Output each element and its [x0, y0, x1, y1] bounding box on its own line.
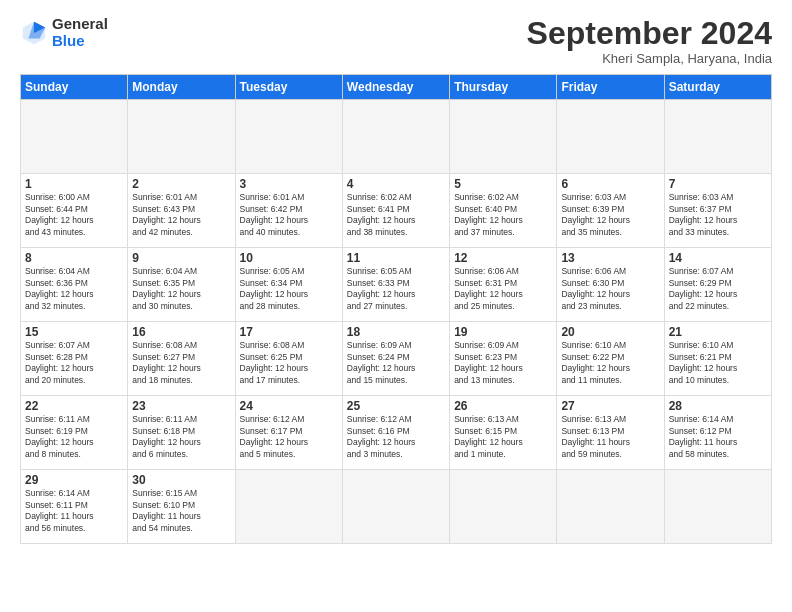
day-number: 2	[132, 177, 230, 191]
day-number: 12	[454, 251, 552, 265]
calendar-cell: 20Sunrise: 6:10 AM Sunset: 6:22 PM Dayli…	[557, 322, 664, 396]
day-number: 17	[240, 325, 338, 339]
day-number: 22	[25, 399, 123, 413]
calendar-cell	[21, 100, 128, 174]
logo: General Blue	[20, 16, 108, 49]
calendar-cell: 17Sunrise: 6:08 AM Sunset: 6:25 PM Dayli…	[235, 322, 342, 396]
calendar-week-4: 22Sunrise: 6:11 AM Sunset: 6:19 PM Dayli…	[21, 396, 772, 470]
day-number: 5	[454, 177, 552, 191]
day-number: 20	[561, 325, 659, 339]
day-number: 7	[669, 177, 767, 191]
calendar-cell: 13Sunrise: 6:06 AM Sunset: 6:30 PM Dayli…	[557, 248, 664, 322]
day-info: Sunrise: 6:02 AM Sunset: 6:41 PM Dayligh…	[347, 192, 445, 238]
col-friday: Friday	[557, 75, 664, 100]
day-info: Sunrise: 6:07 AM Sunset: 6:29 PM Dayligh…	[669, 266, 767, 312]
calendar-cell: 19Sunrise: 6:09 AM Sunset: 6:23 PM Dayli…	[450, 322, 557, 396]
day-number: 13	[561, 251, 659, 265]
day-info: Sunrise: 6:05 AM Sunset: 6:33 PM Dayligh…	[347, 266, 445, 312]
calendar-cell: 27Sunrise: 6:13 AM Sunset: 6:13 PM Dayli…	[557, 396, 664, 470]
logo-icon	[20, 19, 48, 47]
day-info: Sunrise: 6:10 AM Sunset: 6:22 PM Dayligh…	[561, 340, 659, 386]
day-number: 4	[347, 177, 445, 191]
day-number: 8	[25, 251, 123, 265]
day-number: 14	[669, 251, 767, 265]
day-info: Sunrise: 6:09 AM Sunset: 6:24 PM Dayligh…	[347, 340, 445, 386]
day-number: 21	[669, 325, 767, 339]
calendar-week-5: 29Sunrise: 6:14 AM Sunset: 6:11 PM Dayli…	[21, 470, 772, 544]
calendar-cell: 11Sunrise: 6:05 AM Sunset: 6:33 PM Dayli…	[342, 248, 449, 322]
calendar-cell: 7Sunrise: 6:03 AM Sunset: 6:37 PM Daylig…	[664, 174, 771, 248]
calendar-cell	[235, 100, 342, 174]
col-monday: Monday	[128, 75, 235, 100]
calendar-cell: 5Sunrise: 6:02 AM Sunset: 6:40 PM Daylig…	[450, 174, 557, 248]
day-info: Sunrise: 6:13 AM Sunset: 6:15 PM Dayligh…	[454, 414, 552, 460]
day-number: 24	[240, 399, 338, 413]
day-info: Sunrise: 6:04 AM Sunset: 6:36 PM Dayligh…	[25, 266, 123, 312]
day-info: Sunrise: 6:08 AM Sunset: 6:27 PM Dayligh…	[132, 340, 230, 386]
calendar-cell	[450, 470, 557, 544]
calendar-week-0	[21, 100, 772, 174]
month-title: September 2024	[527, 16, 772, 51]
day-info: Sunrise: 6:06 AM Sunset: 6:30 PM Dayligh…	[561, 266, 659, 312]
calendar-cell: 3Sunrise: 6:01 AM Sunset: 6:42 PM Daylig…	[235, 174, 342, 248]
calendar-cell: 23Sunrise: 6:11 AM Sunset: 6:18 PM Dayli…	[128, 396, 235, 470]
calendar-week-2: 8Sunrise: 6:04 AM Sunset: 6:36 PM Daylig…	[21, 248, 772, 322]
day-info: Sunrise: 6:14 AM Sunset: 6:11 PM Dayligh…	[25, 488, 123, 534]
calendar-cell: 25Sunrise: 6:12 AM Sunset: 6:16 PM Dayli…	[342, 396, 449, 470]
day-info: Sunrise: 6:01 AM Sunset: 6:42 PM Dayligh…	[240, 192, 338, 238]
day-info: Sunrise: 6:09 AM Sunset: 6:23 PM Dayligh…	[454, 340, 552, 386]
calendar-cell: 8Sunrise: 6:04 AM Sunset: 6:36 PM Daylig…	[21, 248, 128, 322]
calendar-cell: 29Sunrise: 6:14 AM Sunset: 6:11 PM Dayli…	[21, 470, 128, 544]
calendar-cell: 22Sunrise: 6:11 AM Sunset: 6:19 PM Dayli…	[21, 396, 128, 470]
day-number: 15	[25, 325, 123, 339]
day-info: Sunrise: 6:06 AM Sunset: 6:31 PM Dayligh…	[454, 266, 552, 312]
title-block: September 2024 Kheri Sampla, Haryana, In…	[527, 16, 772, 66]
calendar-cell: 24Sunrise: 6:12 AM Sunset: 6:17 PM Dayli…	[235, 396, 342, 470]
calendar-cell: 15Sunrise: 6:07 AM Sunset: 6:28 PM Dayli…	[21, 322, 128, 396]
day-number: 26	[454, 399, 552, 413]
day-number: 16	[132, 325, 230, 339]
day-info: Sunrise: 6:05 AM Sunset: 6:34 PM Dayligh…	[240, 266, 338, 312]
day-number: 3	[240, 177, 338, 191]
day-info: Sunrise: 6:13 AM Sunset: 6:13 PM Dayligh…	[561, 414, 659, 460]
day-info: Sunrise: 6:11 AM Sunset: 6:19 PM Dayligh…	[25, 414, 123, 460]
day-number: 1	[25, 177, 123, 191]
calendar-cell: 28Sunrise: 6:14 AM Sunset: 6:12 PM Dayli…	[664, 396, 771, 470]
day-info: Sunrise: 6:12 AM Sunset: 6:17 PM Dayligh…	[240, 414, 338, 460]
calendar-cell	[557, 100, 664, 174]
location: Kheri Sampla, Haryana, India	[527, 51, 772, 66]
calendar-cell	[557, 470, 664, 544]
day-number: 28	[669, 399, 767, 413]
calendar-table: Sunday Monday Tuesday Wednesday Thursday…	[20, 74, 772, 544]
day-info: Sunrise: 6:02 AM Sunset: 6:40 PM Dayligh…	[454, 192, 552, 238]
day-number: 27	[561, 399, 659, 413]
calendar-cell: 2Sunrise: 6:01 AM Sunset: 6:43 PM Daylig…	[128, 174, 235, 248]
calendar-cell: 16Sunrise: 6:08 AM Sunset: 6:27 PM Dayli…	[128, 322, 235, 396]
day-info: Sunrise: 6:07 AM Sunset: 6:28 PM Dayligh…	[25, 340, 123, 386]
calendar-cell: 10Sunrise: 6:05 AM Sunset: 6:34 PM Dayli…	[235, 248, 342, 322]
day-info: Sunrise: 6:14 AM Sunset: 6:12 PM Dayligh…	[669, 414, 767, 460]
calendar-cell: 4Sunrise: 6:02 AM Sunset: 6:41 PM Daylig…	[342, 174, 449, 248]
day-info: Sunrise: 6:03 AM Sunset: 6:39 PM Dayligh…	[561, 192, 659, 238]
calendar-cell	[342, 470, 449, 544]
day-number: 10	[240, 251, 338, 265]
col-saturday: Saturday	[664, 75, 771, 100]
day-info: Sunrise: 6:10 AM Sunset: 6:21 PM Dayligh…	[669, 340, 767, 386]
calendar-cell	[450, 100, 557, 174]
col-tuesday: Tuesday	[235, 75, 342, 100]
col-thursday: Thursday	[450, 75, 557, 100]
day-info: Sunrise: 6:03 AM Sunset: 6:37 PM Dayligh…	[669, 192, 767, 238]
calendar-cell: 26Sunrise: 6:13 AM Sunset: 6:15 PM Dayli…	[450, 396, 557, 470]
logo-text: General Blue	[52, 16, 108, 49]
page: General Blue September 2024 Kheri Sampla…	[0, 0, 792, 612]
calendar-cell: 18Sunrise: 6:09 AM Sunset: 6:24 PM Dayli…	[342, 322, 449, 396]
calendar-cell: 21Sunrise: 6:10 AM Sunset: 6:21 PM Dayli…	[664, 322, 771, 396]
calendar-cell	[664, 100, 771, 174]
day-number: 19	[454, 325, 552, 339]
header-row: Sunday Monday Tuesday Wednesday Thursday…	[21, 75, 772, 100]
calendar-week-3: 15Sunrise: 6:07 AM Sunset: 6:28 PM Dayli…	[21, 322, 772, 396]
calendar-week-1: 1Sunrise: 6:00 AM Sunset: 6:44 PM Daylig…	[21, 174, 772, 248]
calendar-cell: 30Sunrise: 6:15 AM Sunset: 6:10 PM Dayli…	[128, 470, 235, 544]
day-number: 18	[347, 325, 445, 339]
calendar-cell	[235, 470, 342, 544]
